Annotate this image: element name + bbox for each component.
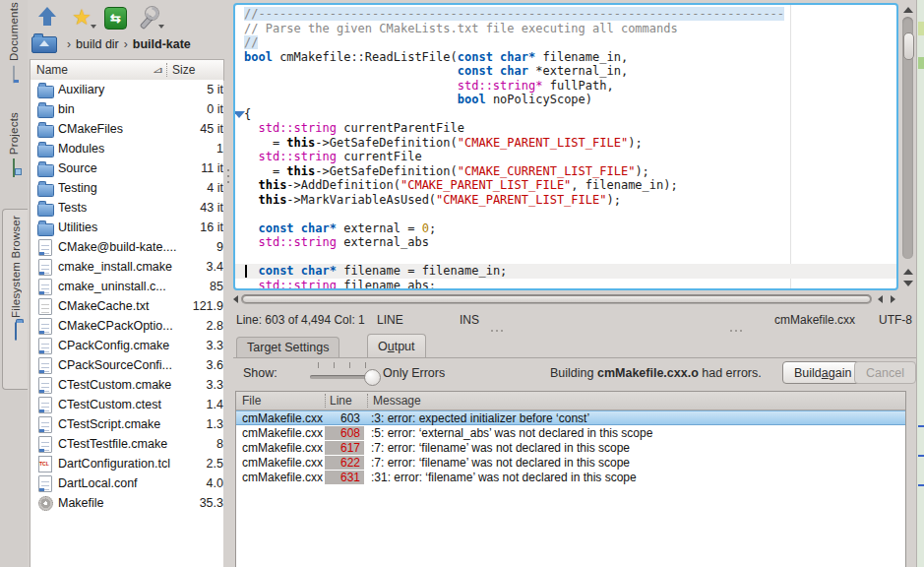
sidebar-tab-projects[interactable]: Projects [1, 112, 27, 207]
filter-value: Only Errors [383, 366, 445, 380]
cursor-position[interactable]: Line: 603 of 4,494 Col: 1 [236, 313, 365, 327]
encoding[interactable]: UTF-8 [879, 313, 912, 327]
column-header-name[interactable]: Name ⊿ [31, 63, 166, 77]
file-size: 16 it [178, 220, 223, 234]
name-column-label: Name [36, 63, 68, 77]
error-row[interactable]: cmMakefile.cxx608:5: error: ‘external_ab… [236, 425, 905, 440]
eol-mode[interactable]: LINE [377, 313, 403, 327]
code-token [244, 193, 258, 207]
file-row[interactable]: DartLocal.conf4.0 [31, 473, 223, 493]
file-row[interactable]: Source11 it [31, 158, 223, 178]
error-row[interactable]: cmMakefile.cxx603:3: error: expected ini… [236, 410, 905, 425]
error-message: :7: error: ‘filename’ was not declared i… [364, 441, 905, 455]
scroll-left-icon[interactable] [233, 295, 238, 303]
error-row[interactable]: cmMakefile.cxx631:31: error: ‘filename’ … [236, 470, 905, 484]
file-row[interactable]: Makefile35.3 [31, 493, 223, 513]
hscroll-thumb[interactable] [242, 295, 871, 303]
panel-splitter[interactable] [224, 0, 233, 567]
editor-vertical-scrollbar[interactable] [900, 3, 916, 290]
vscroll-thumb[interactable] [903, 32, 914, 60]
build-again-button[interactable]: Build again [782, 361, 863, 384]
file-row[interactable]: CMake@build-kate....9 [31, 237, 223, 257]
splitter-handle[interactable] [491, 330, 493, 332]
code-token: fullPath, [542, 79, 613, 93]
error-row[interactable]: cmMakefile.cxx622:7: error: ‘filename’ w… [236, 455, 905, 470]
file-row[interactable]: CMakeFiles45 it [31, 119, 223, 139]
code-token: "CMAKE_PARENT_LIST_FILE" [436, 193, 606, 207]
file-row[interactable]: CMakeCPackOptio...2.8 [31, 316, 223, 336]
file-row[interactable]: CTestCustom.cmake3.3 [31, 375, 223, 395]
file-name: CPackSourceConfi... [58, 358, 178, 372]
col-message[interactable]: Message [367, 394, 905, 408]
file-row[interactable]: cmake_install.cmake3.4 [31, 257, 223, 277]
splitter-handle[interactable] [730, 330, 732, 332]
file-row[interactable]: DartConfiguration.tcl2.5 [31, 454, 223, 473]
doc-plain-glyph [38, 298, 52, 315]
code-token: "CMAKE_PARENT_LIST_FILE" [400, 178, 571, 192]
tab-target-settings[interactable]: Target Settings [236, 337, 339, 357]
bookmarks-icon[interactable]: ★ [70, 6, 93, 30]
breadcrumb-item[interactable]: build-kate [133, 37, 191, 51]
documents-icon [13, 66, 15, 84]
hscroll-track[interactable] [241, 294, 872, 304]
folder-icon [15, 323, 17, 341]
fold-marker-icon[interactable] [233, 111, 245, 118]
code-token: = [244, 136, 286, 150]
slider-tick [334, 362, 335, 368]
sidebar-tab-documents[interactable]: Documents [1, 2, 27, 89]
tab-output[interactable]: Output [367, 334, 426, 357]
show-label: Show: [243, 366, 277, 380]
file-size: 35.3 [178, 496, 223, 510]
column-header-size[interactable]: Size [166, 63, 223, 77]
file-row[interactable]: CTestCustom.ctest1.4 [31, 395, 223, 414]
doc-glyph [38, 259, 52, 276]
sort-chevron-icon[interactable]: ⊿ [153, 65, 164, 75]
col-file[interactable]: File [236, 394, 325, 408]
file-row[interactable]: CMakeCache.txt121.9 [31, 296, 223, 316]
code-token: this [286, 136, 315, 150]
breadcrumb-folder-icon[interactable] [31, 36, 57, 53]
file-name: CMakeCPackOptio... [58, 319, 178, 333]
error-row[interactable]: cmMakefile.cxx617:7: error: ‘filename’ w… [236, 440, 905, 455]
file-row[interactable]: CTestTestfile.cmake8 [31, 434, 223, 454]
tools-icon[interactable] [138, 6, 161, 30]
col-line[interactable]: Line [325, 394, 367, 408]
code-editor[interactable]: //--------------------------------------… [233, 3, 898, 290]
desktop-text-fragment [918, 484, 924, 486]
file-row[interactable]: CPackConfig.cmake3.3 [31, 336, 223, 355]
scroll-down-icon[interactable] [903, 281, 913, 286]
build-status-suffix: had errors. [699, 366, 762, 380]
slider-track[interactable] [310, 375, 371, 379]
file-icon [36, 318, 54, 335]
editor-horizontal-scrollbar[interactable] [233, 292, 916, 306]
error-filter-slider[interactable] [310, 360, 377, 388]
file-name: cmake_install.cmake [58, 260, 178, 274]
code-token [244, 221, 258, 235]
file-name: Auxiliary [58, 83, 178, 96]
breadcrumb-item[interactable]: build dir [76, 37, 119, 51]
slider-knob[interactable] [364, 369, 381, 386]
code-token: ; [429, 221, 436, 235]
file-row[interactable]: Tests43 it [31, 198, 223, 218]
file-row[interactable]: CTestScript.cmake1.3 [31, 414, 223, 434]
scroll-up-icon[interactable] [903, 7, 913, 13]
file-icon [36, 239, 54, 256]
code-token: const char* [258, 221, 336, 235]
error-message: :7: error: ‘filename’ was not declared i… [364, 456, 905, 470]
file-row[interactable]: CPackSourceConfi...3.6 [31, 355, 223, 375]
folder-glyph [37, 105, 54, 118]
file-row[interactable]: cmake_uninstall.c...85 [31, 277, 223, 296]
scroll-up-icon[interactable] [903, 269, 913, 275]
code-token: filename = filename_in; [337, 264, 507, 278]
file-row[interactable]: Utilities16 it [31, 218, 223, 237]
sidebar-tab-filesystem-browser[interactable]: Filesystem Browser [2, 209, 28, 390]
file-row[interactable]: bin0 it [31, 99, 223, 119]
scroll-right-icon[interactable] [891, 295, 895, 303]
file-row[interactable]: Modules1 [31, 139, 223, 158]
file-row[interactable]: Testing4 it [31, 178, 223, 198]
go-up-icon[interactable] [35, 6, 59, 30]
file-row[interactable]: Auxiliary5 it [31, 80, 223, 99]
scroll-left-icon[interactable] [878, 295, 883, 303]
sync-icon[interactable]: ⇆ [104, 7, 127, 30]
insert-mode[interactable]: INS [460, 313, 479, 327]
